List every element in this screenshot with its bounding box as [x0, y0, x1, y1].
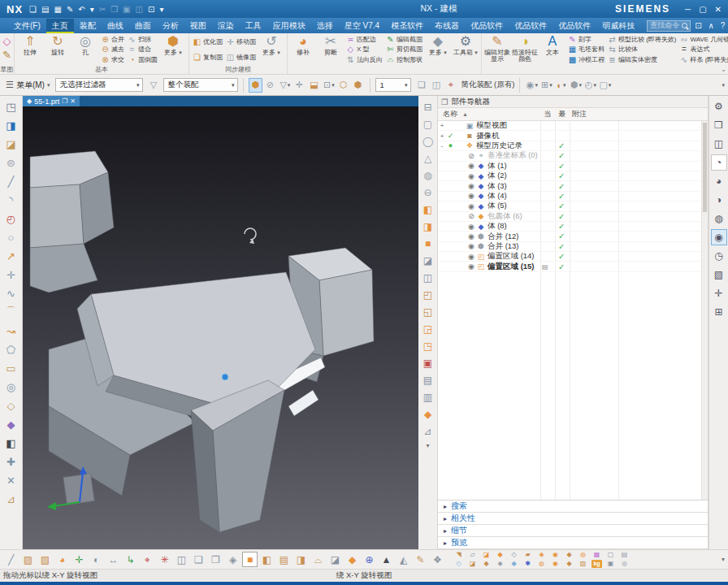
ribbon-button[interactable]: ↻旋转 — [44, 34, 72, 56]
mini-tool-icon[interactable]: ▨ — [578, 560, 588, 568]
bottom-tool-icon[interactable]: ⌓ — [310, 552, 326, 567]
left-tool-icon[interactable]: ✚ — [2, 453, 20, 470]
menu-tab[interactable]: 文件(F) — [8, 19, 46, 33]
mini-tool-icon[interactable]: ▣ — [605, 560, 616, 568]
left-tool-icon[interactable]: ▭ — [2, 359, 20, 377]
tree-row[interactable]: + ▣ 模型视图 — [438, 121, 708, 131]
resource-tab-icon[interactable]: ◉ — [711, 229, 727, 245]
left-tool-icon[interactable]: ◪ — [2, 135, 20, 153]
left-tool-icon[interactable]: ⊿ — [2, 490, 20, 508]
primitive-tool-icon[interactable]: ■ — [420, 236, 436, 251]
left-tool-icon[interactable]: ◆ — [2, 415, 20, 433]
visibility-eye-icon[interactable]: ◉ — [466, 232, 476, 240]
visibility-eye-icon[interactable]: ◉ — [466, 262, 476, 271]
collapsed-section[interactable]: ▸搜索 — [438, 500, 708, 513]
bottom-tool-icon[interactable]: ⌖ — [140, 552, 155, 567]
quick-access-icon[interactable]: ↶ — [78, 5, 84, 14]
collapsed-section[interactable]: ▸相关性 — [438, 513, 708, 525]
column-comment[interactable]: 附注 — [570, 109, 618, 119]
quick-access-icon[interactable]: ⊡ — [148, 5, 154, 14]
window-button[interactable]: ▢ — [699, 5, 706, 14]
primitive-tool-icon[interactable]: ▥ — [420, 389, 436, 405]
mini-tool-icon[interactable]: ▦ — [592, 551, 602, 559]
mini-tool-icon[interactable]: ◇ — [509, 551, 519, 559]
bottom-tool-icon[interactable]: ↳ — [123, 552, 138, 567]
resource-tab-icon[interactable]: ◍ — [711, 210, 727, 227]
bottom-tool-icon[interactable]: ↔ — [106, 552, 121, 567]
bottom-tool-icon[interactable]: ◪ — [327, 552, 343, 567]
quick-access-icon[interactable]: ▾ — [90, 5, 94, 14]
selbar-overflow-arrow[interactable]: ▾ — [722, 82, 725, 89]
visibility-eye-icon[interactable]: ◉ — [466, 172, 476, 180]
resource-tab-icon[interactable]: ◕ — [711, 173, 727, 189]
bottom-tool-icon[interactable]: ❏ — [191, 552, 206, 567]
menu-tab[interactable]: 应用模块 — [267, 19, 311, 33]
visibility-eye-icon[interactable]: ◉ — [466, 182, 476, 190]
primitive-tool-icon[interactable]: ▢ — [420, 116, 436, 132]
ribbon-button[interactable]: ⊗求交 — [99, 54, 126, 65]
bottom-tool-icon[interactable]: ⊕ — [362, 552, 377, 567]
ribbon-button[interactable]: ◔面倒圆 — [126, 54, 159, 65]
tree-row[interactable]: + ✓ ◙ 摄像机 — [438, 131, 708, 141]
selection-point[interactable] — [222, 374, 228, 380]
ribbon-button[interactable]: ✎编辑截面 — [384, 34, 424, 45]
layer-dropdown[interactable]: 1▾ — [375, 78, 411, 92]
left-tool-icon[interactable]: ⬠ — [2, 340, 20, 358]
selection-tool-icon[interactable]: ⬢ — [351, 78, 365, 93]
menu-tab[interactable]: 视图 — [184, 19, 212, 33]
quick-access-icon[interactable]: ▦ — [54, 5, 61, 14]
bottom-tool-icon[interactable]: ❐ — [208, 552, 223, 567]
left-tool-icon[interactable]: ⊜ — [2, 154, 20, 171]
resource-tab-icon[interactable]: ❒ — [711, 117, 727, 133]
ribbon-button[interactable]: ⌓控制形状 — [384, 54, 424, 65]
visibility-eye-icon[interactable]: ◉ — [466, 202, 476, 210]
scrollbar-thumb[interactable] — [703, 123, 707, 212]
tree-row[interactable]: ◉ ◰ 偏置区域 (15) ▤ ✓ — [438, 262, 708, 271]
menu-tab[interactable]: 渲染 — [212, 19, 240, 33]
bottom-tool-icon[interactable]: ▤ — [276, 552, 292, 567]
ribbon-button[interactable]: ✂剪断 — [317, 34, 344, 56]
bottom-tool-icon[interactable]: ✳ — [157, 552, 172, 567]
display-tool-icon[interactable]: ◉▾ — [525, 78, 539, 93]
primitive-tool-icon[interactable]: ◪ — [420, 253, 436, 268]
quick-access-icon[interactable]: ❏ — [29, 5, 37, 14]
resource-tab-icon[interactable]: ◫ — [711, 136, 727, 152]
mini-tool-icon[interactable]: ◪ — [481, 551, 492, 559]
display-tool-icon[interactable]: ◴▾ — [583, 78, 597, 93]
ribbon-button[interactable]: ≣编辑实体密度 — [606, 54, 678, 65]
tree-row[interactable]: ◉ ◆ 体 (2) ✓ — [438, 171, 708, 181]
menu-tab[interactable]: 分析 — [157, 19, 184, 33]
selection-tool-icon[interactable]: ⬡ — [336, 78, 350, 93]
left-tool-icon[interactable]: ╱ — [2, 172, 20, 190]
tree-row[interactable]: ◉ ◆ 体 (5) ✓ — [438, 202, 708, 211]
simplify-assembly-button[interactable]: 简化装配 (原有) — [461, 80, 514, 90]
visibility-eye-icon[interactable]: ◉ — [466, 162, 476, 170]
mini-tool-icon[interactable]: ◍ — [578, 551, 588, 559]
ribbon-button[interactable]: A文本 — [539, 34, 566, 63]
bottom-tool-icon[interactable]: ◐ — [89, 552, 104, 567]
primitive-tool-icon[interactable]: ◰ — [420, 287, 436, 302]
tree-row[interactable]: - ● ❖ 模型历史记录 ✓ — [438, 141, 708, 151]
bottom-tool-icon[interactable]: ▲ — [379, 552, 394, 567]
ribbon-button[interactable]: ⇄模型比较 (即将失效) — [606, 34, 678, 45]
search-icon[interactable] — [682, 23, 687, 28]
ribbon-button[interactable]: ✎刻字 — [566, 34, 606, 45]
left-tool-icon[interactable]: ∿ — [2, 284, 20, 302]
selection-filter-dropdown[interactable]: 无选择过滤器▾ — [55, 78, 143, 92]
visibility-eye-icon[interactable]: ◉ — [466, 192, 476, 200]
bottom-tool-icon[interactable]: ◧ — [259, 552, 275, 567]
primitive-tool-icon[interactable]: ◲ — [420, 321, 436, 336]
left-tool-icon[interactable]: ◳ — [2, 98, 20, 115]
bottom-tool-icon[interactable]: ◕ — [54, 552, 70, 567]
selection-scope-dropdown[interactable]: 整个装配▾ — [163, 78, 238, 92]
ribbon-button[interactable]: ◑指派特征颜色 — [511, 34, 539, 63]
panel-window-icon[interactable]: ❐ — [441, 98, 448, 106]
mini-tool-icon[interactable]: ◉ — [550, 560, 561, 568]
quick-access-icon[interactable]: ◫ — [136, 5, 143, 14]
primitive-tool-icon[interactable]: ◆ — [420, 406, 436, 422]
bottom-tool-icon[interactable]: ◫ — [174, 552, 189, 567]
left-tool-icon[interactable]: ◇ — [2, 396, 20, 414]
ribbon-button[interactable]: ∾WAVE 几何链接器 — [678, 34, 728, 45]
selection-tool-icon[interactable]: ▽▾ — [278, 78, 292, 93]
view-tool-icon[interactable]: ⌖ — [444, 78, 457, 93]
